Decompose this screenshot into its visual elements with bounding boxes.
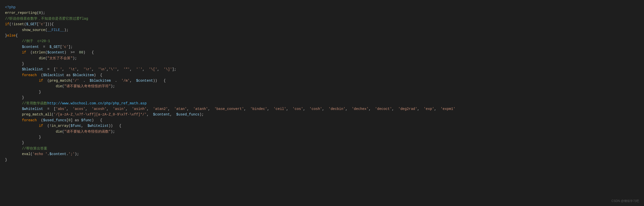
code-line-14: if (preg_match('/' . $blackitem . '/m', … <box>5 78 639 83</box>
code-line-18: //常用数学函数http://www.w3school.com.cn/php/p… <box>5 101 639 106</box>
code-line-12: $blacklist = [' ', '\t', '\r', '\n','\''… <box>5 67 639 72</box>
code-line-7: //例子 c=20-1 <box>5 38 639 44</box>
code-line-8: $content = $_GET['c']; <box>5 44 639 50</box>
code-container: <?php error_reporting(0); //听说你很喜欢数学，不知道… <box>5 3 639 165</box>
watermark: CSDN @继续学习吧 <box>611 199 639 203</box>
code-line-28: } <box>5 157 639 163</box>
code-line-3: //听说你很喜欢数学，不知道你是否爱它胜过爱flag <box>5 16 639 21</box>
code-line-11: } <box>5 61 639 67</box>
code-line-17: } <box>5 95 639 100</box>
code-line-20: preg_match_all('/[a-zA-Z_\x7f-\xff][a-zA… <box>5 112 639 117</box>
code-line-23: die("请不要输入奇奇怪怪的函数"); <box>5 129 639 134</box>
code-line-9: if (strlen($content) >= 80) { <box>5 50 639 55</box>
code-line-1: <?php <box>5 5 639 10</box>
code-line-22: if (!in_array($func, $whitelist)) { <box>5 123 639 129</box>
code-line-21: foreach ($used_funcs[0] as $func) { <box>5 117 639 123</box>
code-line-13: foreach ($blacklist as $blackitem) { <box>5 72 639 78</box>
code-line-26: //帮你算出答案 <box>5 146 639 151</box>
code-line-19: $whitelist = ['abs', 'acos', 'acosh', 'a… <box>5 106 639 112</box>
code-line-2: error_reporting(0); <box>5 10 639 16</box>
code-line-4: if(!isset($_GET['c'])){ <box>5 21 639 27</box>
code-line-25: } <box>5 140 639 145</box>
code-line-16: } <box>5 89 639 95</box>
code-line-6: }else{ <box>5 33 639 38</box>
code-line-27: eval('echo '.$content.';'); <box>5 151 639 157</box>
code-line-15: die("请不要输入奇奇怪怪的字符"); <box>5 83 639 89</box>
code-line-24: } <box>5 134 639 140</box>
code-line-10: die("太长了不会算"); <box>5 55 639 61</box>
code-line-5: show_source(__FILE__); <box>5 27 639 33</box>
